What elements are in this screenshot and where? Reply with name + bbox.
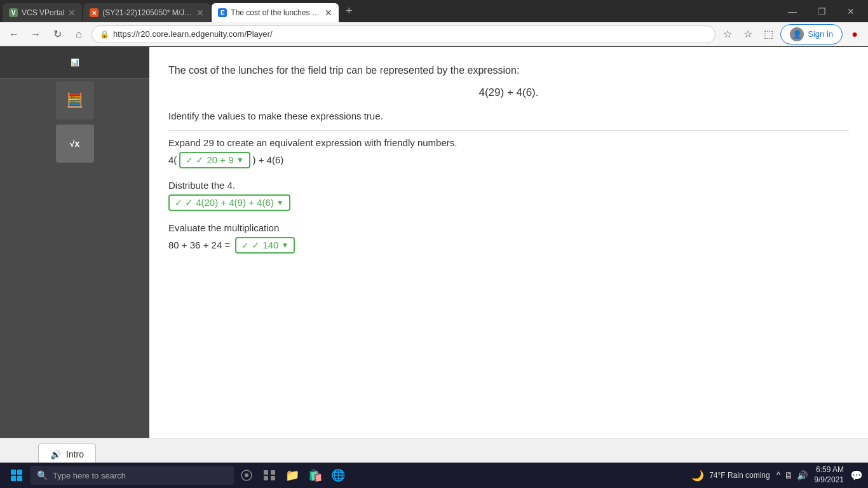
tab-bar: V VCS VPortal ✕ ✕ (SY21-22)1205050* M/J …: [0, 0, 868, 22]
step3-checkmark: ✓: [241, 240, 249, 250]
taskbar-edge[interactable]: 🌐: [328, 465, 348, 485]
close-tab-3[interactable]: ✕: [325, 8, 332, 18]
time-section[interactable]: 6:59 AM 9/9/2021: [814, 465, 844, 485]
identify-text: Identify the values to make these expres…: [168, 111, 849, 121]
svg-rect-0: [11, 470, 16, 475]
taskbar-search-placeholder: Type here to search: [53, 471, 126, 480]
math-tools-icon: √x: [70, 139, 79, 149]
search-taskbar-icon: 🔍: [37, 470, 48, 480]
avatar: 👤: [790, 27, 804, 41]
extensions-icon[interactable]: ●: [846, 26, 863, 43]
close-tab-2[interactable]: ✕: [196, 8, 204, 18]
sidebar-logo-icon: 📊: [71, 58, 79, 67]
weather-icon: 🌙: [691, 470, 704, 482]
calculator-icon: 🧮: [66, 92, 83, 109]
restore-button[interactable]: ❐: [807, 0, 836, 22]
step1-line: 4( ✓ ✓ 20 + 9 ▼ ) + 4(6): [168, 152, 849, 168]
step1-checkmark: ✓: [186, 155, 193, 165]
windows-icon: [10, 469, 23, 482]
tab-icon-1: V: [9, 8, 18, 17]
svg-point-5: [245, 473, 248, 477]
sidebar-logo: 📊: [0, 47, 149, 79]
tab-lunches[interactable]: E The cost of the lunches for the fi ✕: [212, 3, 339, 22]
back-button[interactable]: ←: [5, 25, 23, 43]
tab-icon-3: E: [218, 8, 227, 17]
close-tab-1[interactable]: ✕: [68, 8, 76, 18]
taskbar-right: 🌙 74°F Rain coming ^ 🖥 🔊 6:59 AM 9/9/202…: [691, 465, 863, 485]
forward-button[interactable]: →: [27, 25, 44, 43]
url-text: https://r20.core.learn.edgenuity.com/Pla…: [113, 29, 273, 39]
taskbar-cortana[interactable]: [236, 465, 257, 485]
step3-label: Evaluate the multiplication: [168, 222, 849, 233]
audio-icon: 🔊: [50, 449, 61, 459]
step3-line: 80 + 36 + 24 = ✓ ✓ 140 ▼: [168, 237, 849, 254]
taskbar-taskview[interactable]: [259, 465, 280, 485]
step3-dropdown[interactable]: ✓ ✓ 140 ▼: [235, 237, 295, 254]
tab-title-1: VCS VPortal: [22, 8, 64, 17]
reading-list-icon[interactable]: ☆: [740, 26, 756, 43]
taskbar-app-icons: 📁 🛍️ 🌐: [236, 465, 348, 485]
content-area: The cost of the lunches for the field tr…: [149, 47, 868, 438]
lock-icon: 🔒: [100, 30, 109, 39]
clock-time: 6:59 AM: [814, 465, 844, 475]
clock-date: 9/9/2021: [814, 475, 844, 485]
step1-dropdown[interactable]: ✓ ✓ 20 + 9 ▼: [179, 152, 250, 168]
expression: 4(29) + 4(6).: [168, 86, 849, 99]
step1-label: Expand 29 to create an equivalent expres…: [168, 137, 849, 148]
action-center-icon[interactable]: 💬: [850, 470, 863, 482]
tab-icon-2: ✕: [90, 8, 98, 17]
step2-dropdown[interactable]: ✓ ✓ 4(20) + 4(9) + 4(6) ▼: [168, 194, 290, 211]
taskbar-search[interactable]: 🔍 Type here to search: [31, 466, 234, 485]
tab-grade7[interactable]: ✕ (SY21-22)1205050* M/J Grade 7 ✕: [83, 3, 210, 22]
notification-icon[interactable]: ^: [776, 470, 781, 480]
svg-rect-7: [271, 470, 275, 475]
step2-chevron: ▼: [276, 198, 284, 207]
add-tab-button[interactable]: +: [340, 3, 358, 20]
separator-1: [168, 130, 849, 131]
step1-prefix: 4(: [168, 154, 177, 165]
step1-chevron: ▼: [236, 156, 244, 165]
tab-title-3: The cost of the lunches for the fi: [231, 8, 321, 17]
sign-in-button[interactable]: 👤 Sign in: [780, 24, 843, 44]
taskbar-notify-icons: ^ 🖥 🔊: [776, 470, 808, 480]
step3-answer-text: ✓ 140: [252, 240, 278, 251]
tab-vcs-vportal[interactable]: V VCS VPortal ✕: [3, 3, 82, 22]
favorites-icon[interactable]: ☆: [719, 26, 736, 43]
step1-suffix: ) + 4(6): [253, 154, 284, 165]
sidebar-item-calculator[interactable]: 🧮: [56, 81, 94, 119]
address-bar[interactable]: 🔒 https://r20.core.learn.edgenuity.com/P…: [92, 25, 715, 43]
home-button[interactable]: ⌂: [70, 25, 88, 43]
step2-section: Distribute the 4. ✓ ✓ 4(20) + 4(9) + 4(6…: [168, 180, 849, 211]
step3-section: Evaluate the multiplication 80 + 36 + 24…: [168, 222, 849, 254]
nav-bar: ← → ↻ ⌂ 🔒 https://r20.core.learn.edgenui…: [0, 22, 868, 46]
svg-rect-6: [264, 470, 268, 475]
step3-chevron: ▼: [281, 241, 288, 250]
step1-answer-text: ✓ 20 + 9: [196, 154, 233, 166]
sidebar: 📊 🧮 √x: [0, 47, 149, 438]
svg-rect-2: [11, 476, 16, 481]
reload-button[interactable]: ↻: [48, 25, 66, 43]
svg-rect-1: [17, 470, 22, 475]
main-layout: 📊 🧮 √x The cost of the lunches for the f…: [0, 47, 868, 438]
collections-icon[interactable]: ⬚: [760, 26, 776, 43]
intro-btn-label: Intro: [66, 449, 84, 459]
close-window-button[interactable]: ✕: [836, 0, 865, 22]
step3-prefix: 80 + 36 + 24 =: [168, 240, 230, 250]
weather-text: 74°F Rain coming: [709, 471, 770, 480]
svg-rect-8: [264, 476, 268, 480]
sidebar-item-mathtools[interactable]: √x: [56, 125, 94, 163]
taskbar-explorer[interactable]: 📁: [282, 465, 302, 485]
taskbar-store[interactable]: 🛍️: [305, 465, 325, 485]
start-button[interactable]: [5, 464, 28, 487]
intro-button[interactable]: 🔊 Intro: [38, 444, 96, 465]
step1-section: Expand 29 to create an equivalent expres…: [168, 137, 849, 168]
speaker-icon[interactable]: 🔊: [797, 470, 808, 480]
minimize-button[interactable]: —: [778, 0, 807, 22]
network-icon[interactable]: 🖥: [784, 470, 793, 480]
step2-label: Distribute the 4.: [168, 180, 849, 191]
svg-rect-9: [271, 476, 275, 480]
sign-in-label: Sign in: [808, 29, 833, 39]
taskbar-system-icons: 🌙 74°F Rain coming: [691, 470, 770, 482]
browser-chrome: V VCS VPortal ✕ ✕ (SY21-22)1205050* M/J …: [0, 0, 868, 47]
step2-answer-text: ✓ 4(20) + 4(9) + 4(6): [185, 197, 274, 208]
